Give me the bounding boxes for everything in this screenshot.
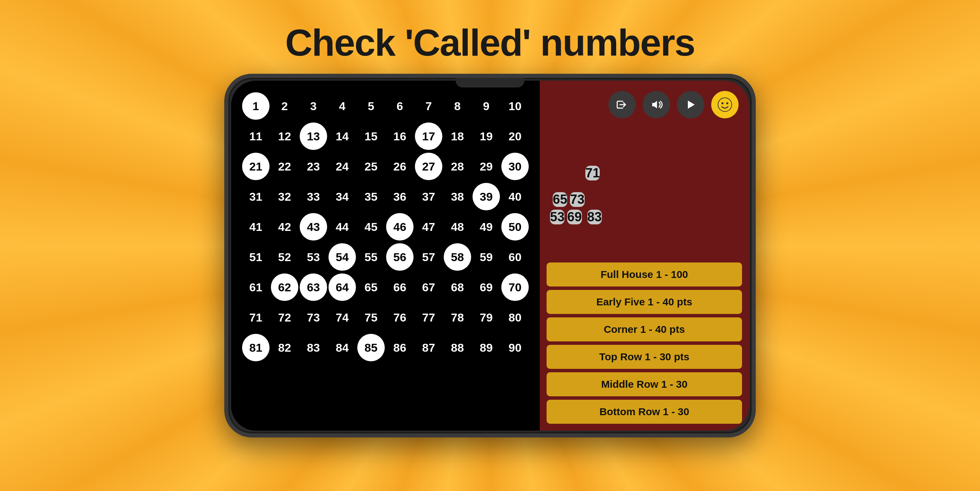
bingo-number: 59 bbox=[473, 243, 500, 271]
bingo-row: 11121314151617181920 bbox=[242, 121, 533, 151]
bingo-number: 34 bbox=[328, 183, 356, 210]
bingo-number: 51 bbox=[242, 243, 269, 271]
bingo-number: 16 bbox=[386, 123, 414, 150]
bingo-number: 80 bbox=[501, 304, 529, 331]
page-title: Check 'Called' numbers bbox=[0, 21, 980, 64]
bingo-number: 87 bbox=[415, 334, 442, 361]
bingo-number: 10 bbox=[501, 92, 529, 120]
bingo-number: 69 bbox=[473, 273, 500, 301]
bingo-number: 68 bbox=[444, 273, 471, 301]
ticket-cell: 73 bbox=[570, 192, 584, 207]
bingo-number: 52 bbox=[271, 243, 298, 271]
bingo-number: 13 bbox=[300, 123, 327, 150]
phone-screen: 1234567891011121314151617181920212223242… bbox=[231, 81, 749, 430]
bingo-number: 41 bbox=[242, 213, 269, 241]
bingo-number: 70 bbox=[501, 273, 529, 301]
bingo-number: 27 bbox=[415, 153, 442, 180]
bingo-number: 46 bbox=[386, 213, 414, 241]
bingo-number: 31 bbox=[242, 183, 269, 210]
bingo-number: 11 bbox=[242, 123, 269, 150]
bingo-number: 88 bbox=[444, 334, 471, 361]
score-button-middle-row[interactable]: Middle Row 1 - 30 bbox=[547, 372, 742, 396]
score-button-top-row[interactable]: Top Row 1 - 30 pts bbox=[547, 345, 742, 369]
bingo-number: 25 bbox=[357, 153, 385, 180]
bingo-number: 20 bbox=[501, 123, 529, 150]
bingo-number: 73 bbox=[300, 304, 327, 331]
bingo-number: 74 bbox=[328, 304, 356, 331]
score-button-bottom-row[interactable]: Bottom Row 1 - 30 bbox=[547, 400, 742, 424]
bingo-number: 7 bbox=[415, 92, 442, 120]
bingo-number: 21 bbox=[242, 153, 269, 180]
bingo-row: 81828384858687888990 bbox=[242, 333, 533, 363]
bingo-number: 8 bbox=[444, 92, 471, 120]
bingo-number: 50 bbox=[501, 213, 529, 241]
bingo-number: 17 bbox=[415, 123, 442, 150]
bingo-row: 51525354555657585960 bbox=[242, 242, 533, 272]
bingo-number: 32 bbox=[271, 183, 298, 210]
bingo-number: 9 bbox=[473, 92, 500, 120]
bingo-number: 36 bbox=[386, 183, 414, 210]
exit-button[interactable] bbox=[608, 91, 636, 118]
bingo-number: 58 bbox=[444, 243, 471, 271]
bingo-number: 75 bbox=[357, 304, 385, 331]
bingo-number: 76 bbox=[386, 304, 414, 331]
bingo-number: 55 bbox=[357, 243, 385, 271]
bingo-number: 22 bbox=[271, 153, 298, 180]
bingo-number: 48 bbox=[444, 213, 471, 241]
bingo-number: 65 bbox=[357, 273, 385, 301]
ticket-cell: 69 bbox=[567, 210, 582, 225]
emoji-button[interactable] bbox=[711, 91, 738, 118]
bingo-number: 53 bbox=[300, 243, 327, 271]
bingo-number: 84 bbox=[328, 334, 356, 361]
ticket-cell: 71 bbox=[585, 166, 600, 180]
bingo-number: 71 bbox=[242, 304, 269, 331]
score-button-corner[interactable]: Corner 1 - 40 pts bbox=[547, 317, 742, 341]
bingo-number: 2 bbox=[271, 92, 298, 120]
bingo-number: 15 bbox=[357, 123, 385, 150]
bingo-number: 77 bbox=[415, 304, 442, 331]
bingo-number: 35 bbox=[357, 183, 385, 210]
bingo-number: 86 bbox=[386, 334, 414, 361]
bingo-number: 37 bbox=[415, 183, 442, 210]
bingo-number: 78 bbox=[444, 304, 471, 331]
bingo-number: 30 bbox=[501, 153, 529, 180]
bingo-number: 38 bbox=[444, 183, 471, 210]
bingo-number: 23 bbox=[300, 153, 327, 180]
bingo-number: 42 bbox=[271, 213, 298, 241]
bingo-number: 72 bbox=[271, 304, 298, 331]
bingo-number: 12 bbox=[271, 123, 298, 150]
bingo-number: 64 bbox=[328, 273, 356, 301]
bingo-number: 82 bbox=[271, 334, 298, 361]
bingo-number: 3 bbox=[300, 92, 327, 120]
svg-point-1 bbox=[718, 98, 732, 112]
svg-point-3 bbox=[726, 102, 728, 104]
bingo-row: 21222324252627282930 bbox=[242, 151, 533, 182]
bingo-number: 39 bbox=[473, 183, 500, 210]
bingo-number: 81 bbox=[242, 334, 269, 361]
volume-button[interactable] bbox=[643, 91, 670, 118]
ticket-area: 71 65 73 53 69 83 bbox=[540, 122, 749, 259]
bingo-row: 61626364656667686970 bbox=[242, 272, 533, 302]
score-button-early-five[interactable]: Early Five 1 - 40 pts bbox=[547, 290, 742, 314]
play-button[interactable] bbox=[677, 91, 704, 118]
bingo-number: 60 bbox=[501, 243, 529, 271]
bingo-number: 49 bbox=[473, 213, 500, 241]
score-button-full-house[interactable]: Full House 1 - 100 bbox=[547, 263, 742, 287]
bingo-number: 19 bbox=[473, 123, 500, 150]
bingo-number: 89 bbox=[473, 334, 500, 361]
bingo-number: 85 bbox=[357, 334, 385, 361]
score-panel: Full House 1 - 100Early Five 1 - 40 ptsC… bbox=[540, 259, 749, 430]
bingo-row: 12345678910 bbox=[242, 91, 533, 121]
bingo-number: 63 bbox=[300, 273, 327, 301]
svg-marker-0 bbox=[688, 100, 695, 109]
bingo-row: 71727374757677787980 bbox=[242, 302, 533, 333]
phone-device: 1234567891011121314151617181920212223242… bbox=[224, 74, 756, 437]
bingo-number: 83 bbox=[300, 334, 327, 361]
ticket-cell: 83 bbox=[587, 210, 602, 225]
bingo-number: 90 bbox=[501, 334, 529, 361]
bingo-number: 40 bbox=[501, 183, 529, 210]
bingo-number: 28 bbox=[444, 153, 471, 180]
bingo-number: 24 bbox=[328, 153, 356, 180]
bingo-number: 67 bbox=[415, 273, 442, 301]
bingo-number: 45 bbox=[357, 213, 385, 241]
